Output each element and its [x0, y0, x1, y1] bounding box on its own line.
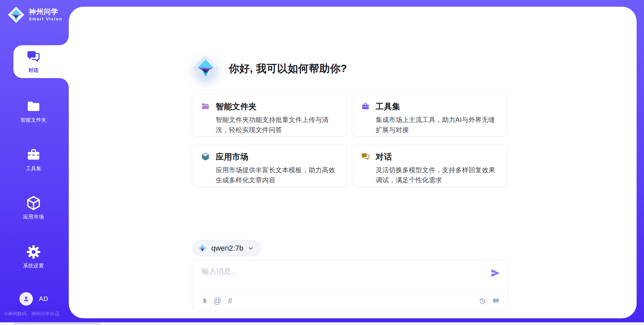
center-column: 你好, 我可以如何帮助你? 智能文件夹 智能文件夹功能支持批量文件上传与清洗，轻…	[192, 7, 508, 311]
brand-title: 神州问学	[29, 8, 62, 15]
chat-icon	[26, 49, 41, 64]
tab-fillet-bottom	[59, 78, 69, 87]
copyright-text: ©神州数码 · 神州问学出品	[4, 311, 59, 317]
greeting-title: 你好, 我可以如何帮助你?	[229, 62, 347, 76]
card-description: 集成市场上主流工具，助力AI与外界无缝扩展与对接	[376, 115, 498, 135]
toolbox-icon	[361, 102, 370, 111]
attachment-icon[interactable]	[200, 297, 209, 306]
send-icon[interactable]	[490, 268, 501, 278]
history-icon[interactable]	[478, 297, 487, 306]
sidebar-item-app-market[interactable]: 应用市场	[7, 195, 60, 220]
feature-cards: 智能文件夹 智能文件夹功能支持批量文件上传与清洗，轻松实现文件问答 工具集	[192, 94, 508, 187]
card-description: 灵活切换多模型文件，支持多样回复效果调试，满足个性化需求	[376, 165, 498, 185]
brand-text: 神州问学 Smart Vision	[29, 8, 62, 21]
chevron-down-icon	[248, 245, 254, 252]
sidebar: 神州问学 Smart Vision 对话 智能文件夹	[0, 0, 69, 325]
sidebar-item-label: 系统设置	[23, 263, 44, 269]
model-selector[interactable]: qwen2:7b	[192, 240, 261, 257]
card-toolset[interactable]: 工具集 集成市场上主流工具，助力AI与外界无缝扩展与对接	[352, 94, 507, 137]
card-title: 应用市场	[216, 151, 338, 162]
sidebar-item-label: 对话	[29, 67, 39, 74]
hashtag-icon[interactable]: #	[226, 297, 234, 306]
scrollbar-thumb[interactable]	[13, 323, 101, 325]
folder-open-icon	[201, 102, 210, 111]
message-composer: @ #	[192, 260, 508, 311]
sidebar-item-chat[interactable]: 对话	[7, 49, 60, 74]
brand-diamond-icon	[7, 6, 25, 23]
brand-subtitle: Smart Vision	[29, 17, 62, 21]
card-title: 对话	[376, 151, 498, 162]
cube-icon	[25, 195, 42, 211]
card-chat[interactable]: 对话 灵活切换多模型文件，支持多样回复效果调试，满足个性化需求	[352, 144, 507, 187]
card-body: 智能文件夹 智能文件夹功能支持批量文件上传与清洗，轻松实现文件问答	[216, 101, 338, 136]
card-body: 应用市场 应用市场提供丰富长文本模板，助力高效生成多样化文章内容	[216, 151, 338, 187]
composer-input-row	[192, 260, 508, 286]
user-account[interactable]: AD	[19, 292, 48, 306]
sidebar-item-settings[interactable]: 系统设置	[7, 244, 60, 269]
conversation-icon[interactable]	[491, 297, 500, 306]
card-title: 智能文件夹	[216, 101, 338, 112]
message-input[interactable]	[201, 266, 490, 282]
card-body: 工具集 集成市场上主流工具，助力AI与外界无缝扩展与对接	[376, 101, 498, 136]
card-smart-folder[interactable]: 智能文件夹 智能文件夹功能支持批量文件上传与清洗，轻松实现文件问答	[192, 94, 347, 137]
sidebar-item-label: 智能文件夹	[20, 117, 47, 123]
mention-icon[interactable]: @	[213, 297, 222, 306]
tab-fillet-top	[59, 36, 69, 45]
model-diamond-icon	[198, 244, 207, 253]
card-title: 工具集	[376, 101, 498, 112]
avatar	[19, 292, 33, 306]
sidebar-item-label: 应用市场	[23, 214, 44, 220]
sidebar-item-smart-folder[interactable]: 智能文件夹	[7, 99, 60, 123]
main-content-panel: 你好, 我可以如何帮助你? 智能文件夹 智能文件夹功能支持批量文件上传与清洗，轻…	[69, 7, 637, 318]
user-initials: AD	[39, 295, 48, 303]
greeting-block: 你好, 我可以如何帮助你?	[192, 54, 508, 83]
card-app-market[interactable]: 应用市场 应用市场提供丰富长文本模板，助力高效生成多样化文章内容	[192, 144, 347, 187]
toolbox-icon	[26, 147, 41, 162]
card-description: 应用市场提供丰富长文本模板，助力高效生成多样化文章内容	[216, 165, 338, 185]
folder-icon	[26, 99, 41, 114]
sidebar-item-toolset[interactable]: 工具集	[7, 147, 60, 172]
composer-toolbar: @ #	[192, 291, 508, 311]
brand-diamond-icon	[192, 54, 219, 83]
brand-logo: 神州问学 Smart Vision	[7, 6, 62, 23]
card-description: 智能文件夹功能支持批量文件上传与清洗，轻松实现文件问答	[216, 115, 338, 135]
gear-icon	[26, 244, 41, 260]
cube-icon	[201, 152, 210, 161]
model-name: qwen2:7b	[211, 244, 243, 253]
card-body: 对话 灵活切换多模型文件，支持多样回复效果调试，满足个性化需求	[376, 151, 498, 187]
sidebar-item-label: 工具集	[26, 166, 42, 172]
chat-icon	[361, 152, 370, 161]
horizontal-scrollbar	[0, 322, 644, 325]
